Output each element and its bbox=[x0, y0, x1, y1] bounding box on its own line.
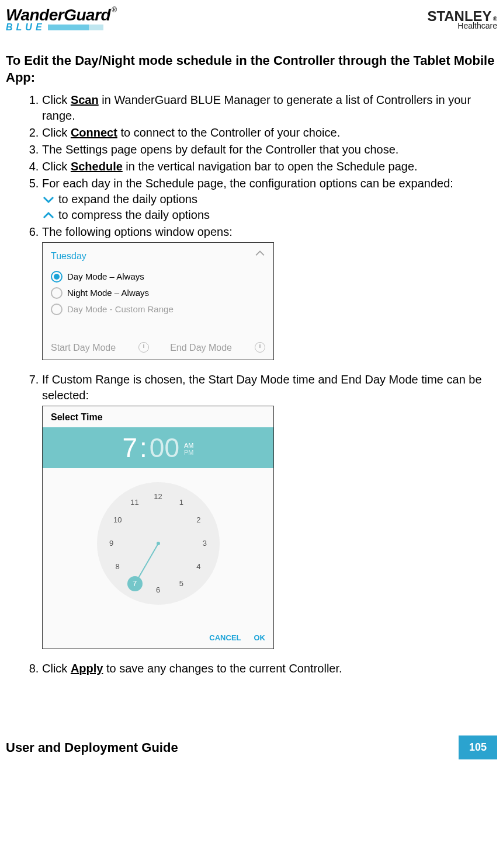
radio-day-mode-always[interactable]: Day Mode – Always bbox=[51, 269, 273, 285]
chevron-down-icon bbox=[42, 194, 55, 205]
instruction-list: Click Scan in WanderGuard BLUE Manager t… bbox=[30, 92, 497, 677]
clock-num-12[interactable]: 12 bbox=[154, 491, 162, 502]
clock-num-8[interactable]: 8 bbox=[116, 562, 120, 572]
cancel-button[interactable]: CANCEL bbox=[209, 633, 241, 643]
step-2: Click Connect to connect to the Controll… bbox=[42, 124, 497, 141]
logo-bars bbox=[48, 25, 103, 30]
pm-toggle[interactable]: PM bbox=[184, 449, 194, 456]
scan-label: Scan bbox=[71, 93, 99, 106]
page-footer: User and Deployment Guide 105 bbox=[6, 677, 497, 759]
step-6: The following options window opens: Tues… bbox=[42, 224, 497, 371]
step-8: Click Apply to save any changes to the c… bbox=[42, 660, 497, 677]
clock-num-11[interactable]: 11 bbox=[130, 498, 138, 508]
clock-num-7-selected[interactable]: 7 bbox=[127, 576, 143, 591]
stanley-logo: STANLEY® Healthcare bbox=[427, 8, 497, 30]
radio-unselected-icon bbox=[51, 304, 63, 315]
clock-num-4[interactable]: 4 bbox=[196, 562, 200, 572]
registered-mark: ® bbox=[112, 6, 117, 14]
apply-label: Apply bbox=[71, 662, 103, 675]
page-header: WanderGuard ® BLUE STANLEY® Healthcare bbox=[6, 6, 497, 35]
footer-title: User and Deployment Guide bbox=[6, 740, 178, 755]
wanderguard-blue: BLUE bbox=[6, 22, 46, 33]
connect-label: Connect bbox=[71, 126, 117, 139]
clock-num-2[interactable]: 2 bbox=[196, 515, 200, 525]
clock-icon[interactable] bbox=[255, 342, 265, 353]
clock-num-5[interactable]: 5 bbox=[179, 578, 183, 589]
section-title: To Edit the Day/Night mode schedule in t… bbox=[6, 53, 497, 86]
chevron-up-icon[interactable] bbox=[255, 246, 265, 260]
clock-num-9[interactable]: 9 bbox=[109, 538, 113, 549]
step-1: Click Scan in WanderGuard BLUE Manager t… bbox=[42, 92, 497, 124]
step-3: The Settings page opens by default for t… bbox=[42, 141, 497, 158]
clock-num-10[interactable]: 10 bbox=[113, 515, 122, 525]
page-number: 105 bbox=[459, 735, 497, 759]
radio-unselected-icon bbox=[51, 287, 63, 299]
chevron-up-icon bbox=[42, 210, 55, 221]
clock-num-6[interactable]: 6 bbox=[156, 585, 160, 595]
radio-night-mode-always[interactable]: Night Mode – Always bbox=[51, 285, 273, 301]
day-label: Tuesday bbox=[43, 243, 273, 269]
end-day-mode-label[interactable]: End Day Mode bbox=[170, 341, 232, 354]
time-picker-screenshot: Select Time 7 : 00 AM PM 12 1 2 3 bbox=[42, 406, 274, 649]
time-display-bar: 7 : 00 AM PM bbox=[43, 427, 273, 468]
selected-minute[interactable]: 00 bbox=[150, 430, 179, 466]
select-time-title: Select Time bbox=[43, 406, 273, 427]
clock-num-3[interactable]: 3 bbox=[203, 538, 207, 549]
step-4: Click Schedule in the vertical navigatio… bbox=[42, 158, 497, 175]
radio-selected-icon bbox=[51, 271, 63, 283]
clock-num-1[interactable]: 1 bbox=[179, 498, 183, 508]
start-day-mode-label[interactable]: Start Day Mode bbox=[51, 341, 116, 354]
clock-face[interactable]: 12 1 2 3 4 5 6 7 8 9 10 11 bbox=[97, 482, 220, 605]
schedule-label: Schedule bbox=[71, 160, 123, 173]
selected-hour[interactable]: 7 bbox=[122, 430, 137, 466]
step-5: For each day in the Schedule page, the c… bbox=[42, 175, 497, 224]
clock-icon[interactable] bbox=[138, 342, 149, 353]
options-screenshot: Tuesday Day Mode – Always Night Mode – A… bbox=[42, 242, 274, 360]
ok-button[interactable]: OK bbox=[254, 633, 266, 643]
am-toggle[interactable]: AM bbox=[184, 442, 194, 449]
wanderguard-logo: WanderGuard ® BLUE bbox=[6, 6, 117, 33]
radio-day-mode-custom[interactable]: Day Mode - Custom Range bbox=[51, 301, 273, 318]
step-7: If Custom Range is chosen, the Start Day… bbox=[42, 371, 497, 660]
